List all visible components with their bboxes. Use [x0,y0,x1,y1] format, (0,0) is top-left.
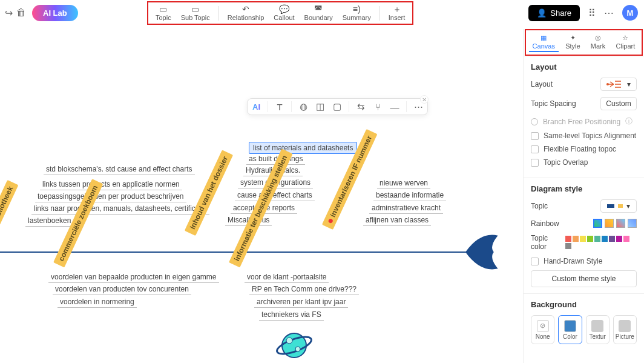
svg-point-2 [286,338,292,344]
more-icon[interactable]: ⋯ [604,7,614,19]
topic-icon: ▭ [159,5,167,13]
link-icon[interactable]: ⇆ [355,101,366,112]
tool-topic[interactable]: ▭Topic [152,5,175,21]
text-icon[interactable]: T [274,102,285,112]
canvas-icon: ▦ [540,34,547,42]
tab-clipart[interactable]: ☆Clipart [613,33,639,52]
redo-icon[interactable]: ↪ [5,7,13,19]
tab-style[interactable]: ✦Style [562,33,583,52]
topic-item[interactable]: std blokschema's. std cause and effect c… [44,165,195,175]
boundary-icon: ◚ [314,5,323,13]
ai-lab-button[interactable]: AI Lab [32,5,78,21]
topic-item[interactable]: list of materials and datasheets [249,142,357,154]
tab-mark[interactable]: ◎Mark [587,33,609,52]
color-swatch[interactable] [623,236,629,242]
apps-icon[interactable]: ⠿ [588,7,596,19]
color-swatch[interactable] [609,236,615,242]
shape-icon[interactable]: ▢ [332,101,343,112]
color-swatch[interactable] [616,236,622,242]
fill-icon[interactable]: ◍ [298,101,309,112]
rainbow-options[interactable] [593,219,637,228]
tool-summary[interactable]: ≡)Summary [339,5,375,21]
layout-dropdown[interactable]: ▾ [600,78,637,91]
share-icon: 👤 [537,8,547,18]
rainbow-label: Rainbow [531,219,559,228]
custom-theme-button[interactable]: Custom theme style [531,270,637,287]
topic-item[interactable]: bestaande informatie [373,191,446,201]
branch-bibliotheek[interactable]: bibliotheek [0,180,19,228]
bg-option-textur[interactable]: Textur [586,315,610,344]
bg-option-color[interactable]: Color [558,315,582,344]
topic-style-dropdown[interactable]: ▾ [600,199,637,213]
topic-item[interactable]: RP en Tech Comm one drive??? [249,285,359,295]
same-level-check[interactable]: Same-level Topics Alignment [531,132,637,140]
topic-style-label: Topic [531,202,548,210]
topic-item[interactable]: links naar producten, manuals, datasheet… [31,204,209,215]
topic-item[interactable]: lastenboeken [25,216,73,227]
undo-icon[interactable]: 🗑 [16,7,26,19]
topic-color-palette[interactable] [565,236,637,249]
topic-spacing-dropdown[interactable]: Custom [600,97,637,110]
context-toolbar: AI T ◍ ◫ ▢ ⇆ ⑂ — ⋯ ✕ [247,98,428,115]
flexible-check[interactable]: Flexible Floating topoc [531,145,637,153]
topic-color-label: Topic color [531,234,565,251]
style-icon: ✦ [570,34,576,42]
topic-item[interactable]: techniekers via FS [259,310,324,321]
close-icon[interactable]: ✕ [420,95,429,104]
topic-item[interactable]: voordelen in normering [58,298,137,308]
color-swatch[interactable] [587,236,593,242]
topic-item[interactable]: nieuwe werven [377,179,430,189]
history-controls: ↪ 🗑 [5,7,26,19]
tab-canvas[interactable]: ▦Canvas [529,33,559,52]
hand-drawn-check[interactable]: Hand-Drawn Style [531,257,637,265]
background-heading: Background [531,300,637,309]
callout-icon: 💬 [279,5,289,13]
share-button[interactable]: 👤Share [528,5,580,21]
topic-item[interactable]: archiveren per klant ipv jaar [254,298,348,308]
tool-boundary[interactable]: ◚Boundary [301,5,337,21]
branch-free-check: Branch Free Positioning ⓘ [531,116,637,127]
insert-icon: ＋ [393,5,401,13]
topic-item[interactable]: voordelen van producten tov concurenten [53,285,191,295]
diagram-style-section: Diagram style Topic ▾ Rainbow Topic colo… [524,178,644,293]
crop-icon[interactable]: ◫ [315,101,326,112]
bg-option-picture[interactable]: Picture [613,315,637,344]
bg-option-none[interactable]: ⊘None [531,315,554,344]
diagram-style-heading: Diagram style [531,184,637,193]
topic-item[interactable]: voordelen van bepaalde producten in eige… [48,273,219,283]
topic-item[interactable]: links tussen products en applicatie norm… [40,180,182,190]
topbar-right: 👤Share ⠿ ⋯ M [528,5,638,21]
branch-icon[interactable]: ⑂ [372,102,383,112]
background-options: ⊘NoneColorTexturPicture [531,315,637,344]
tool-callout[interactable]: 💬Callout [270,5,298,21]
summary-icon: ≡) [353,5,361,13]
panel-tabs: ▦Canvas ✦Style ◎Mark ☆Clipart [525,29,643,56]
info-icon[interactable]: ⓘ [625,116,632,127]
planet-clipart[interactable] [276,327,312,363]
color-swatch[interactable] [573,236,579,242]
topic-item[interactable]: aflijnen van classes [363,216,431,226]
overlap-check[interactable]: Topic Overlap [531,158,637,167]
canvas[interactable]: AI T ◍ ◫ ▢ ⇆ ⑂ — ⋯ ✕ bibliotheekstd blok… [0,25,523,363]
topbar: ↪ 🗑 AI Lab ▭Topic ▭Sub Topic ↶Relationsh… [0,0,644,25]
topbar-left: ↪ 🗑 AI Lab [5,5,78,21]
color-swatch[interactable] [594,236,600,242]
topic-item[interactable]: adminstratieve kracht [369,204,443,214]
tool-subtopic[interactable]: ▭Sub Topic [177,5,214,21]
ai-button[interactable]: AI [251,102,261,112]
topic-item[interactable]: cause and effect charts [235,191,315,201]
insert-toolbar: ▭Topic ▭Sub Topic ↶Relationship 💬Callout… [147,1,413,25]
color-swatch[interactable] [565,236,571,242]
color-swatch[interactable] [580,236,586,242]
svg-point-3 [295,347,300,351]
color-swatch[interactable] [602,236,608,242]
tool-insert[interactable]: ＋Insert [385,5,409,21]
topic-item[interactable]: toepassingsgebieden per product beschrij… [35,192,186,202]
svg-point-4 [606,83,609,85]
color-swatch[interactable] [565,243,571,249]
tool-relationship[interactable]: ↶Relationship [224,5,268,21]
topic-spacing-label: Topic Spacing [531,99,576,108]
avatar[interactable]: M [622,5,638,21]
topic-item[interactable]: voor de klant -portaalsite [245,273,329,283]
line-icon[interactable]: — [389,102,400,112]
